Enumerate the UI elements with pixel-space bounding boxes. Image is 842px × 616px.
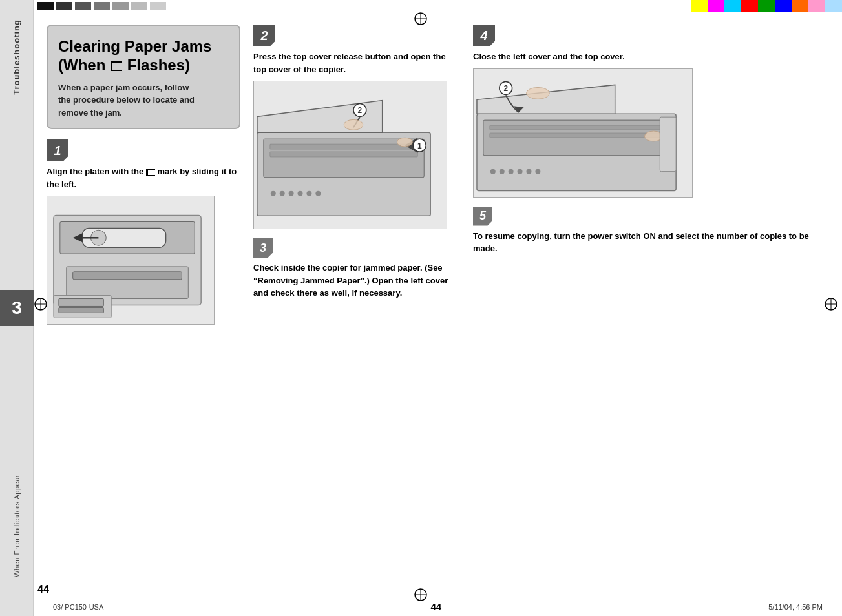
swatch-5 (112, 2, 129, 10)
swatch-blue (775, 0, 792, 12)
title-box: Clearing Paper Jams (When Flashes) When … (47, 25, 240, 129)
swatch-cyan (724, 0, 741, 12)
step-2-section: 2 Press the top cover release button and… (253, 25, 460, 229)
sidebar: Troubleshooting 3 When Error Indicators … (0, 0, 34, 616)
svg-rect-23 (59, 299, 103, 307)
swatch-7 (150, 2, 166, 10)
svg-text:2: 2 (503, 84, 508, 93)
footer-left: 03/ PC150-USA (53, 603, 103, 611)
step-2-diagram: 1 2 (253, 81, 447, 229)
triangle-mark-icon (146, 169, 155, 176)
page-title: Clearing Paper Jams (When Flashes) (58, 37, 229, 75)
svg-point-33 (298, 191, 303, 196)
page-footer: 03/ PC150-USA 44 5/11/04, 4:56 PM (34, 597, 842, 616)
svg-text:1: 1 (417, 141, 422, 150)
svg-rect-47 (490, 133, 663, 138)
step-2-text: Press the top cover release button and o… (253, 50, 460, 76)
chapter-number: 3 (0, 290, 34, 326)
color-swatches-color (691, 0, 842, 12)
swatch-green (758, 0, 775, 12)
svg-text:2: 2 (358, 106, 363, 115)
step-3-badge: 3 (253, 238, 273, 258)
step-2-badge: 2 (253, 25, 275, 46)
step-5-text: To resume copying, turn the power switch… (473, 230, 823, 255)
page-number: 44 (430, 601, 441, 612)
step-5-section: 5 To resume copying, turn the power swit… (473, 207, 823, 260)
swatch-pink (808, 0, 825, 12)
step-1-text: Align the platen with the mark by slidin… (47, 165, 240, 190)
svg-point-53 (535, 169, 540, 174)
main-content: Clearing Paper Jams (When Flashes) When … (34, 12, 842, 597)
swatch-orange (792, 0, 808, 12)
sidebar-section-label: When Error Indicators Appear (13, 475, 21, 577)
jam-icon (111, 61, 122, 71)
svg-point-50 (509, 169, 514, 174)
svg-rect-21 (73, 272, 182, 280)
title-subtitle: When a paper jam occurs, follow the proc… (58, 81, 229, 119)
footer-right: 5/11/04, 4:56 PM (768, 603, 823, 611)
swatch-red (741, 0, 758, 12)
swatch-1 (37, 2, 54, 10)
svg-point-51 (518, 169, 523, 174)
right-column: 4 Close the left cover and the top cover… (473, 25, 823, 590)
swatch-2 (56, 2, 72, 10)
step-4-section: 4 Close the left cover and the top cover… (473, 25, 823, 198)
svg-rect-24 (59, 308, 103, 313)
step-4-diagram: 2 1 (473, 68, 693, 198)
svg-point-42 (397, 138, 413, 147)
step-4-text: Close the left cover and the top cover. (473, 50, 823, 63)
step-5-badge: 5 (473, 207, 492, 226)
step-1-diagram: 2 (47, 196, 215, 325)
swatch-yellow (691, 0, 708, 12)
svg-point-35 (315, 191, 321, 196)
svg-point-49 (500, 169, 505, 174)
sidebar-chapter-label: Troubleshooting (12, 19, 21, 95)
step-3-section: 3 Check inside the copier for jammed pap… (253, 238, 460, 305)
svg-point-34 (306, 191, 311, 196)
swatch-magenta (708, 0, 724, 12)
step-1-section: 1 Align the platen with the mark by slid… (47, 139, 240, 325)
svg-point-48 (490, 169, 496, 174)
svg-point-30 (271, 191, 276, 196)
step-3-text: Check inside the copier for jammed paper… (253, 262, 460, 300)
swatch-3 (75, 2, 91, 10)
left-column: Clearing Paper Jams (When Flashes) When … (47, 25, 240, 590)
svg-rect-28 (270, 144, 417, 149)
svg-rect-29 (270, 152, 417, 157)
svg-point-41 (344, 119, 363, 130)
swatch-4 (94, 2, 110, 10)
svg-rect-46 (490, 125, 663, 130)
page-number-corner: 44 (37, 584, 49, 595)
svg-point-32 (289, 191, 294, 196)
middle-column: 2 Press the top cover release button and… (253, 25, 460, 590)
step-4-badge: 4 (473, 25, 495, 46)
svg-rect-61 (660, 117, 676, 172)
swatch-6 (131, 2, 147, 10)
svg-point-52 (527, 169, 532, 174)
svg-point-57 (527, 87, 550, 99)
swatch-lightblue (825, 0, 842, 12)
svg-point-31 (280, 191, 285, 196)
color-swatches-dark (34, 0, 170, 12)
step-1-badge: 1 (47, 139, 68, 161)
